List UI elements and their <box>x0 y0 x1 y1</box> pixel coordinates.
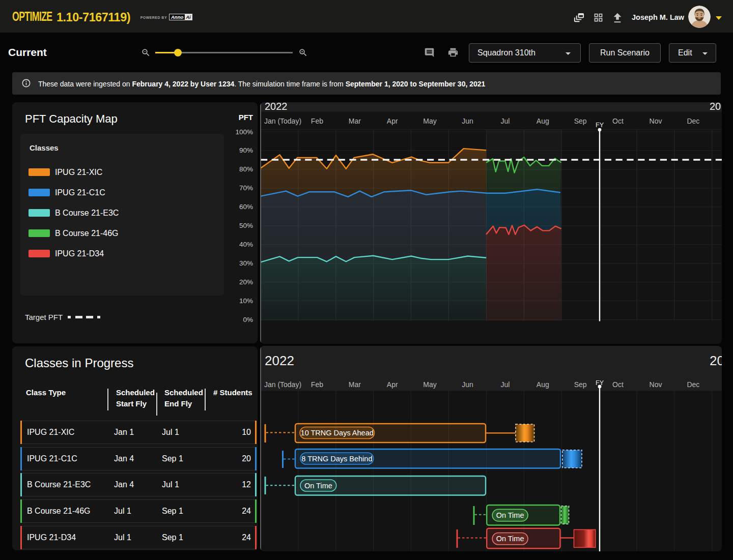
svg-text:Jan (Today): Jan (Today) <box>264 117 301 125</box>
svg-text:Oct: Oct <box>612 380 624 389</box>
svg-text:20: 20 <box>710 102 721 112</box>
svg-text:Apr: Apr <box>387 380 398 389</box>
svg-text:Sep: Sep <box>574 117 587 125</box>
svg-text:FY: FY <box>596 122 604 129</box>
svg-text:Jan (Today): Jan (Today) <box>264 380 301 389</box>
svg-text:Dec: Dec <box>687 117 699 125</box>
svg-text:May: May <box>423 117 436 125</box>
svg-text:Nov: Nov <box>650 380 662 389</box>
svg-text:Jun: Jun <box>462 117 473 125</box>
svg-text:Mar: Mar <box>349 380 361 389</box>
svg-text:Sep: Sep <box>574 380 587 389</box>
svg-text:2022: 2022 <box>265 102 288 112</box>
svg-text:Apr: Apr <box>387 117 398 125</box>
svg-text:8 TRNG Days Behind: 8 TRNG Days Behind <box>301 455 372 463</box>
svg-text:2022: 2022 <box>265 353 294 368</box>
svg-text:Aug: Aug <box>537 117 549 125</box>
svg-text:Feb: Feb <box>311 117 323 125</box>
svg-text:Feb: Feb <box>311 380 323 389</box>
svg-text:On Time: On Time <box>304 482 332 490</box>
svg-text:Dec: Dec <box>687 380 699 389</box>
svg-text:On Time: On Time <box>496 535 524 543</box>
svg-text:Oct: Oct <box>612 117 624 125</box>
svg-text:Aug: Aug <box>537 380 549 389</box>
svg-text:On Time: On Time <box>496 511 524 519</box>
svg-text:20: 20 <box>710 353 722 368</box>
svg-text:Jul: Jul <box>500 117 510 125</box>
svg-text:Nov: Nov <box>650 117 662 125</box>
svg-text:Jul: Jul <box>500 380 510 389</box>
svg-text:Mar: Mar <box>349 117 361 125</box>
svg-text:May: May <box>423 380 436 389</box>
svg-text:10 TRNG Days Ahead: 10 TRNG Days Ahead <box>301 429 374 437</box>
svg-text:Jun: Jun <box>462 380 473 389</box>
